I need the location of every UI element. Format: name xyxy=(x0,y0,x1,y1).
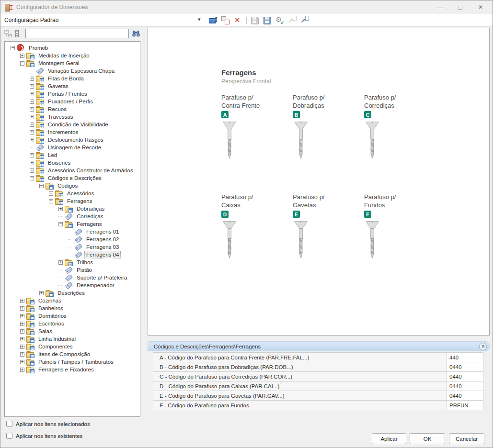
close-button[interactable]: ✕ xyxy=(470,0,491,14)
tree-expander-icon[interactable] xyxy=(30,77,34,81)
tree-expander-icon[interactable] xyxy=(30,176,34,180)
tree-expander-icon[interactable] xyxy=(58,222,63,226)
tree-expander-icon[interactable] xyxy=(20,322,24,326)
collapse-all-icon[interactable] xyxy=(4,30,12,37)
tree-expander-icon[interactable] xyxy=(30,130,34,134)
tree-item[interactable]: Ferragens e Fixadores xyxy=(5,366,140,373)
tree-expander-icon[interactable] xyxy=(30,146,34,150)
chevron-down-icon[interactable] xyxy=(198,16,204,24)
property-row[interactable]: B - Código do Parafuso para Dobradiças (… xyxy=(153,362,483,372)
tree-expander-icon[interactable] xyxy=(39,291,44,295)
tree-item[interactable]: Usinagem de Recorte xyxy=(5,144,140,151)
tree-expander-icon[interactable] xyxy=(58,283,63,288)
tree-expander-icon[interactable] xyxy=(49,199,53,203)
save-config-button[interactable] xyxy=(250,16,260,25)
tree-item[interactable]: Montagem Geral xyxy=(5,59,140,67)
export-config-button[interactable] xyxy=(300,16,310,25)
tree-expander-icon[interactable] xyxy=(20,368,24,372)
tree-item[interactable]: Códigos xyxy=(5,182,140,190)
apply-config-button[interactable] xyxy=(275,16,285,25)
tree-item[interactable]: Ferragens 01 xyxy=(5,228,140,235)
tree-expander-icon[interactable] xyxy=(30,153,34,157)
tree-item[interactable]: Descrições xyxy=(5,289,140,297)
tree-item[interactable]: Deslocamento Rasgos xyxy=(5,136,140,144)
tree-item[interactable]: Ferragens 02 xyxy=(5,235,140,243)
tree-item[interactable]: Dobradiças xyxy=(5,205,140,213)
tree-item[interactable]: Salas xyxy=(5,327,140,335)
tree-item[interactable]: Travessas xyxy=(5,113,140,121)
tree-expander-icon[interactable] xyxy=(30,115,34,119)
tree-item[interactable]: Led xyxy=(5,151,140,159)
tree-expander-icon[interactable] xyxy=(20,337,24,341)
tree-expander-icon[interactable] xyxy=(68,230,72,234)
collapse-properties-button[interactable] xyxy=(479,343,487,350)
tree-item[interactable]: Fitas de Borda xyxy=(5,75,140,82)
tree-item[interactable]: Dormitórios xyxy=(5,312,140,320)
checkbox-box-icon[interactable] xyxy=(6,433,12,439)
apply-selected-items-checkbox[interactable]: Aplicar nos itens selecionados xyxy=(6,421,90,427)
tree-item[interactable]: Painéis / Tampos / Tamburatos xyxy=(5,358,140,366)
tree-expander-icon[interactable] xyxy=(30,69,34,73)
tree-expander-icon[interactable] xyxy=(39,184,44,188)
checkbox-box-icon[interactable] xyxy=(6,421,12,427)
rename-config-button[interactable] xyxy=(208,16,218,25)
tree-expander-icon[interactable] xyxy=(30,168,34,173)
property-row[interactable]: F - Código do Parafuso para Fundos PRFUN xyxy=(153,401,483,410)
tree-item[interactable]: Recuos xyxy=(5,105,140,113)
property-value-field[interactable]: 0440 xyxy=(446,391,483,400)
tree-item[interactable]: Condição de Visibilidade xyxy=(5,121,140,128)
tree-expander-icon[interactable] xyxy=(20,299,24,303)
tree-item[interactable]: Ferragens xyxy=(5,220,140,228)
expand-all-icon[interactable] xyxy=(15,30,23,37)
maximize-button[interactable]: □ xyxy=(450,0,470,14)
tree-item[interactable]: Cozinhas xyxy=(5,297,140,304)
tree-expander-icon[interactable] xyxy=(58,207,63,211)
tree-item[interactable]: Portas / Frentes xyxy=(5,90,140,98)
delete-config-button[interactable] xyxy=(233,16,243,25)
property-row[interactable]: C - Código do Parafuso para Corrediças (… xyxy=(153,372,483,381)
tree-item[interactable]: Linha Industrial xyxy=(5,335,140,343)
tree-item[interactable]: Suporte p/ Prateleira xyxy=(5,274,140,281)
tree-expander-icon[interactable] xyxy=(20,306,24,311)
tree-item[interactable]: Variação Espessura Chapa xyxy=(5,67,140,75)
duplicate-config-button[interactable] xyxy=(221,16,230,25)
tree-item[interactable]: Banheiros xyxy=(5,304,140,312)
tree-expander-icon[interactable] xyxy=(30,92,34,96)
aplicar-button[interactable]: Aplicar xyxy=(372,433,406,444)
property-value-field[interactable]: 0440 xyxy=(446,372,483,381)
tree-expander-icon[interactable] xyxy=(30,100,34,104)
tree-expander-icon[interactable] xyxy=(20,54,24,58)
tree-item[interactable]: Pistão xyxy=(5,266,140,274)
tree-expander-icon[interactable] xyxy=(68,245,72,249)
tree-expander-icon[interactable] xyxy=(68,237,72,242)
tree-expander-icon[interactable] xyxy=(30,123,34,127)
tree-item[interactable]: Trilhos xyxy=(5,258,140,266)
tree-item[interactable]: Ferragens 04 xyxy=(5,251,140,258)
tree-item[interactable]: Escritórios xyxy=(5,320,140,327)
tree-expander-icon[interactable] xyxy=(58,214,63,219)
tree-expander-icon[interactable] xyxy=(20,314,24,318)
tree-item[interactable]: Ferragens xyxy=(5,197,140,205)
tree-expander-icon[interactable] xyxy=(20,329,24,334)
tree-expander-icon[interactable] xyxy=(30,161,34,165)
tree-expander-icon[interactable] xyxy=(20,345,24,349)
tree-item[interactable]: Puxadores / Perfis xyxy=(5,98,140,105)
tree-expander-icon[interactable] xyxy=(20,360,24,364)
ok-button[interactable]: OK xyxy=(410,433,445,444)
tree-search-input[interactable] xyxy=(25,29,129,38)
tree-expander-icon[interactable] xyxy=(11,46,15,50)
tree-item[interactable]: Desempenador xyxy=(5,281,140,289)
save-config-as-button[interactable] xyxy=(263,16,272,25)
tree-expander-icon[interactable] xyxy=(30,84,34,89)
tree-expander-icon[interactable] xyxy=(68,253,72,257)
property-value-field[interactable]: 0440 xyxy=(446,381,483,391)
property-value-field[interactable]: 0440 xyxy=(446,362,483,371)
search-binoculars-icon[interactable] xyxy=(132,30,140,37)
tree-item[interactable]: Medidas de Inserção xyxy=(5,52,140,59)
tree-expander-icon[interactable] xyxy=(58,268,63,272)
tree-expander-icon[interactable] xyxy=(58,276,63,280)
tree-expander-icon[interactable] xyxy=(30,138,34,142)
tree-item[interactable]: Promob xyxy=(5,44,140,52)
configuration-selector[interactable]: Configuração Padrão xyxy=(4,16,204,24)
apply-existing-items-checkbox[interactable]: Aplicar nos itens existentes xyxy=(6,433,82,439)
